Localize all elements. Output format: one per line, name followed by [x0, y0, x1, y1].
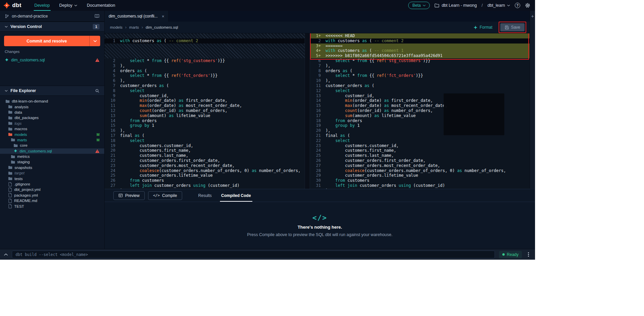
- panel-tab-compiled-code[interactable]: Compiled Code: [217, 189, 256, 202]
- code-line[interactable]: 7customer_orders as (: [105, 83, 305, 88]
- tree-item-core[interactable]: core: [0, 143, 104, 148]
- version-control-header[interactable]: Version Control 1: [0, 22, 104, 32]
- code-line[interactable]: 22 customer_orders.first_order_date,: [105, 158, 305, 163]
- code-line[interactable]: 1with customers as ( -- comment 2: [105, 38, 305, 44]
- code-line[interactable]: 18 select: [105, 138, 305, 143]
- tree-item-marts[interactable]: martsM: [0, 137, 104, 143]
- breadcrumb-item[interactable]: marts: [129, 25, 139, 29]
- code-line[interactable]: 4+with customers as ( -- comment 1: [310, 48, 530, 53]
- branch-selector[interactable]: on-demand-practice: [0, 11, 104, 22]
- nav-item-develop[interactable]: Develop: [30, 0, 55, 11]
- code-line[interactable]: 26 customer_orders.first_order_date,: [310, 158, 530, 163]
- code-line[interactable]: 2with customers as ( -- comment 2: [310, 38, 530, 44]
- save-button[interactable]: Save: [500, 23, 525, 31]
- code-line[interactable]: 6),: [105, 78, 305, 83]
- tree-item-test[interactable]: TEST: [0, 203, 104, 209]
- code-line[interactable]: 9 select * from {{ ref('fct_orders')}}: [310, 73, 530, 78]
- tree-item-dbt-learn-on-demand[interactable]: dbt-learn-on-demand: [0, 98, 104, 104]
- preview-button[interactable]: Preview: [113, 191, 145, 200]
- code-line[interactable]: 31 left join customer_orders using (cust…: [310, 183, 530, 188]
- code-line[interactable]: 30 from customers: [310, 178, 530, 183]
- breadcrumb-item[interactable]: dim_customers.sql: [146, 25, 178, 29]
- tree-item-tests[interactable]: tests: [0, 176, 104, 181]
- new-tab-button[interactable]: +: [531, 11, 534, 189]
- beta-badge[interactable]: Beta: [408, 2, 430, 9]
- search-icon[interactable]: [95, 89, 100, 93]
- format-button[interactable]: Format: [473, 25, 493, 30]
- code-line[interactable]: 17final as (: [105, 133, 305, 138]
- code-line[interactable]: 8 select: [105, 88, 305, 93]
- tree-item-readme-md[interactable]: README.md: [0, 198, 104, 203]
- code-line[interactable]: 10 min(order_date) as first_order_date,: [105, 98, 305, 103]
- docs-book-icon[interactable]: [94, 14, 100, 18]
- code-line[interactable]: 32): [310, 188, 530, 189]
- code-line[interactable]: 6 select * from {{ ref('stg_customers')}…: [310, 58, 530, 63]
- tree-item-analysis[interactable]: analysis: [0, 104, 104, 109]
- code-line[interactable]: 1+<<<<<<< HEAD: [310, 33, 530, 38]
- code-line[interactable]: 15 group by 1: [105, 123, 305, 128]
- code-line[interactable]: 22 select: [310, 138, 530, 143]
- code-line[interactable]: 23 customers.customer_id,: [310, 143, 530, 148]
- code-line[interactable]: 29 customer_orders.lifetime_value: [310, 173, 530, 178]
- tree-item-metrics[interactable]: metrics: [0, 154, 104, 159]
- help-icon[interactable]: ?: [515, 3, 520, 8]
- code-line[interactable]: 21 customers.last_name,: [105, 153, 305, 158]
- code-line[interactable]: 10),: [310, 78, 530, 83]
- tree-item-logs[interactable]: logs: [0, 121, 104, 126]
- tree-item-macros[interactable]: macros: [0, 126, 104, 132]
- file-explorer-header[interactable]: File Explorer: [0, 86, 104, 96]
- pane-divider[interactable]: [305, 33, 310, 189]
- status-ready[interactable]: Ready: [499, 251, 522, 258]
- tab-dim-customers-sql[interactable]: dim_customers.sql (confli... ×: [105, 11, 169, 22]
- expand-panel-chevron-icon[interactable]: [4, 253, 8, 256]
- tree-item-models[interactable]: modelsM: [0, 132, 104, 137]
- code-line[interactable]: 9 customer_id,: [105, 93, 305, 98]
- panel-tab-results[interactable]: Results: [194, 189, 217, 202]
- tree-item-snapshots[interactable]: snapshots: [0, 165, 104, 170]
- tree-item-dbt-project-yml[interactable]: dbt_project.yml: [0, 187, 104, 192]
- nav-item-documentation[interactable]: Documentation: [82, 0, 120, 11]
- code-line[interactable]: 13 sum(amount) as lifetime_value: [105, 113, 305, 118]
- code-line[interactable]: 24 customers.first_name,: [310, 148, 530, 153]
- code-line[interactable]: 24 coalesce(customer_orders.number_of_or…: [105, 168, 305, 173]
- code-line[interactable]: 2 select * from {{ ref('stg_customers')}…: [105, 58, 305, 63]
- close-tab-icon[interactable]: ×: [162, 14, 164, 19]
- tree-item-data[interactable]: data: [0, 110, 104, 115]
- code-line[interactable]: 7),: [310, 63, 530, 68]
- code-line[interactable]: 16),: [105, 128, 305, 133]
- code-line[interactable]: 25 customers.last_name,: [310, 153, 530, 158]
- commit-and-resolve-button[interactable]: Commit and resolve: [4, 36, 100, 46]
- code-line[interactable]: 26 from customers: [105, 178, 305, 183]
- changed-file-item[interactable]: dim_customers.sql: [0, 56, 104, 64]
- code-line[interactable]: 12 count(order_id) as number_of_orders,: [105, 108, 305, 113]
- code-line[interactable]: 28 coalesce(customer_orders.number_of_or…: [310, 168, 530, 173]
- project-selector[interactable]: dbt_learn: [487, 3, 510, 8]
- code-line[interactable]: 25 customer_orders.lifetime_value: [105, 173, 305, 178]
- tree-item-gitignore[interactable]: .gitignore: [0, 181, 104, 187]
- code-line[interactable]: 3),: [105, 63, 305, 68]
- compile-button[interactable]: </> Compile: [148, 191, 182, 200]
- code-pane-left[interactable]: 1with customers as ( -- comment 22 selec…: [105, 33, 305, 189]
- code-line[interactable]: 14 from orders: [105, 118, 305, 123]
- dbt-logo[interactable]: dbt: [3, 2, 22, 9]
- code-line[interactable]: 5+>>>>>>> b81f802a66fd544504c65721e3ffaa…: [310, 53, 530, 58]
- command-input[interactable]: [12, 251, 495, 258]
- code-line[interactable]: 3+=======: [310, 44, 530, 49]
- nav-item-deploy[interactable]: Deploy: [55, 0, 82, 11]
- tree-item-dim-customers-sql[interactable]: dim_customers.sql: [0, 148, 104, 154]
- commit-options-chevron[interactable]: [89, 36, 100, 46]
- code-line[interactable]: 27 left join customer_orders using (cust…: [105, 183, 305, 188]
- tree-item-staging[interactable]: staging: [0, 159, 104, 165]
- code-line[interactable]: 5 select * from {{ ref('fct_orders')}}: [105, 73, 305, 78]
- tree-item-packages-yml[interactable]: packages.yml: [0, 193, 104, 198]
- code-line[interactable]: 8orders as (: [310, 68, 530, 74]
- code-line[interactable]: 11customer_orders as (: [310, 83, 530, 88]
- code-pane-right[interactable]: 1+<<<<<<< HEAD2with customers as ( -- co…: [310, 33, 530, 189]
- code-line[interactable]: 4orders as (: [105, 68, 305, 74]
- code-line[interactable]: 20 customers.first_name,: [105, 148, 305, 153]
- code-line[interactable]: 23 customer_orders.most_recent_order_dat…: [105, 163, 305, 168]
- code-line[interactable]: 12 select: [310, 88, 530, 93]
- tree-item-target[interactable]: target: [0, 170, 104, 176]
- kebab-menu-icon[interactable]: [528, 254, 529, 255]
- tree-item-dbt-packages[interactable]: dbt_packages: [0, 115, 104, 120]
